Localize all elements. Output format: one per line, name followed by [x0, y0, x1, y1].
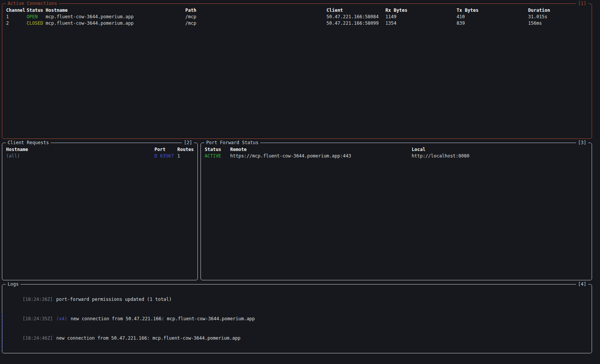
panel-client-requests[interactable]: Client Requests [2] Hostname Port Routes… — [2, 143, 198, 280]
col-routes: Routes — [177, 146, 197, 153]
col-remote: Remote — [230, 146, 412, 153]
connection-status-closed[interactable]: CLOSED — [27, 20, 46, 27]
panel-client-requests-index: [2] — [182, 140, 194, 146]
panel-active-connections[interactable]: Active Connections [1] Channel Status Ho… — [2, 3, 592, 139]
log-timestamp: [18:24:46Z] — [22, 335, 53, 341]
log-line: [18:24:35Z](x4)new connection from 50.47… — [6, 309, 592, 329]
col-client: Client — [326, 7, 385, 14]
request-hostname[interactable]: (all) — [6, 153, 154, 159]
log-message: port-forward permissions updated (1 tota… — [56, 297, 172, 302]
request-port[interactable]: D 63567 — [154, 153, 177, 159]
panel-client-requests-title: Client Requests — [6, 140, 51, 146]
log-repeat-badge: (x4) — [56, 316, 67, 321]
col-hostname: Hostname — [6, 146, 154, 153]
log-timestamp: [18:24:26Z] — [22, 297, 53, 302]
log-line: [18:24:26Z]routes updated (1 total) — [6, 285, 592, 290]
connection-duration[interactable]: 156ms — [528, 20, 592, 27]
log-message: new connection from 50.47.221.166: mcp.f… — [56, 335, 240, 341]
col-port: Port — [154, 146, 177, 153]
col-status: Status — [205, 146, 230, 153]
logs-body: [18:24:26Z]active route endpoints update… — [2, 285, 592, 353]
connection-tx-bytes[interactable]: 410 — [457, 14, 528, 20]
status-bar: q quit•tab select next panel•1-4 show/hi… — [0, 354, 600, 364]
connection-status-open[interactable]: OPEN — [27, 14, 46, 20]
connection-rx-bytes[interactable]: 1149 — [385, 14, 457, 20]
panel-port-forward-status-title: Port Forward Status — [204, 140, 260, 146]
panel-logs[interactable]: Logs [4] [18:24:26Z]active route endpoin… — [2, 284, 592, 353]
connection-client[interactable]: 50.47.221.166:58099 — [326, 20, 385, 27]
col-duration: Duration — [528, 7, 592, 14]
log-message: new connection from 50.47.221.166: mcp.f… — [71, 316, 255, 321]
connection-rx-bytes[interactable]: 1354 — [385, 20, 457, 27]
panel-active-connections-index: [1] — [576, 0, 588, 6]
forward-status-active[interactable]: ACTIVE — [205, 153, 230, 159]
forward-local-url[interactable]: http://localhost:8080 — [412, 153, 592, 159]
log-timestamp: [18:24:35Z] — [22, 316, 53, 321]
col-path: Path — [185, 7, 326, 14]
request-routes[interactable]: 1 — [177, 153, 197, 159]
connection-duration[interactable]: 31.015s — [528, 14, 592, 20]
connection-hostname[interactable]: mcp.fluent-cow-3644.pomerium.app — [46, 14, 185, 20]
connection-hostname[interactable]: mcp.fluent-cow-3644.pomerium.app — [46, 20, 185, 27]
col-status: Status — [27, 7, 46, 14]
log-line: [18:24:26Z]port-forward permissions upda… — [6, 290, 592, 309]
connection-tx-bytes[interactable]: 839 — [457, 20, 528, 27]
active-connections-table: Channel Status Hostname Path Client Rx B… — [2, 4, 592, 27]
panel-active-connections-title: Active Connections — [6, 0, 59, 6]
col-channel: Channel — [6, 7, 27, 14]
connection-client[interactable]: 50.47.221.166:58084 — [326, 14, 385, 20]
forward-remote-url[interactable]: https://mcp.fluent-cow-3644.pomerium.app… — [230, 153, 412, 159]
table-row[interactable]: 1 — [6, 14, 27, 20]
table-row[interactable]: 2 — [6, 20, 27, 27]
col-local: Local — [412, 146, 592, 153]
panel-port-forward-status-index: [3] — [576, 140, 588, 146]
log-line: [18:24:46Z]new connection from 50.47.221… — [6, 329, 592, 348]
panel-port-forward-status[interactable]: Port Forward Status [3] Status Remote Lo… — [201, 143, 592, 280]
col-rx-bytes: Rx Bytes — [385, 7, 457, 14]
connection-path[interactable]: /mcp — [185, 14, 326, 20]
connection-path[interactable]: /mcp — [185, 20, 326, 27]
col-hostname: Hostname — [46, 7, 185, 14]
col-tx-bytes: Tx Bytes — [457, 7, 528, 14]
